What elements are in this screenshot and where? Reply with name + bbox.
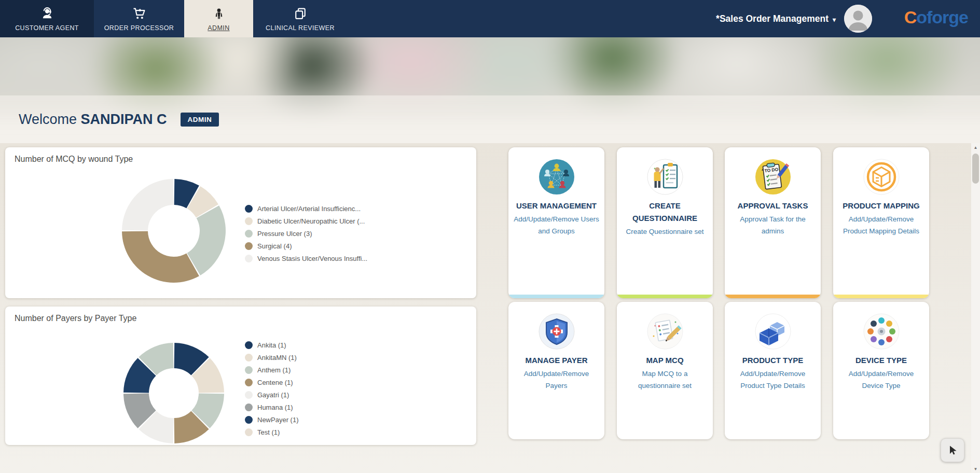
donut-slice[interactable] — [122, 179, 173, 230]
chart-card-payers-by-payer-type: Number of Payers by Payer Type Ankita (1… — [5, 307, 476, 445]
welcome-message: Welcome SANDIPAN C — [19, 112, 167, 128]
tab-label: CUSTOMER AGENT — [15, 24, 79, 32]
action-card-accent-strip — [833, 295, 929, 298]
legend-label: AnkitaMN (1) — [257, 354, 297, 361]
donut-slice[interactable] — [122, 231, 199, 283]
legend-label: Surgical (4) — [257, 242, 292, 250]
shield-cross-icon — [538, 313, 575, 350]
action-card-subtitle: Create Questionnaire set — [617, 225, 713, 238]
users-network-icon — [538, 158, 575, 196]
user-name: SANDIPAN C — [81, 112, 167, 127]
customer-agent-icon — [39, 6, 55, 21]
tab-customer-agent[interactable]: CUSTOMER AGENT — [0, 0, 94, 37]
action-card-title: MANAGE PAYER — [508, 354, 604, 367]
admin-icon — [211, 6, 227, 21]
donut-chart-payers-by-payer-type[interactable] — [119, 339, 228, 448]
legend-item[interactable]: NewPayer (1) — [245, 413, 298, 426]
legend-item[interactable]: Surgical (4) — [245, 240, 367, 252]
legend-item[interactable]: Test (1) — [245, 426, 298, 438]
legend-item[interactable]: Arterial Ulcer/Arterial Insufficienc... — [245, 202, 367, 215]
legend-label: Centene (1) — [257, 379, 293, 386]
hero-banner-image — [0, 37, 980, 95]
app-selector-dropdown[interactable]: *Sales Order Management ▾ — [716, 0, 836, 37]
legend-item[interactable]: Ankita (1) — [245, 339, 298, 351]
action-card-approval-tasks[interactable]: TO DO APPROVAL TASKS Approval Task for t… — [725, 147, 821, 298]
legend-dot — [245, 205, 253, 213]
legend-label: Gayatri (1) — [257, 391, 289, 399]
action-card-map-mcq[interactable]: MAP MCQ Map MCQ to a questionnaire set — [617, 302, 713, 439]
top-navbar: CUSTOMER AGENT ORDER PROCESSOR ADMIN CLI… — [0, 0, 980, 37]
legend-item[interactable]: Gayatri (1) — [245, 388, 298, 401]
action-card-create-questionnaire[interactable]: CREATE QUESTIONNAIRE Create Questionnair… — [617, 147, 713, 298]
cursor-tool-button[interactable] — [941, 438, 964, 462]
action-card-accent-strip — [725, 295, 821, 298]
admin-dashboard: CUSTOMER AGENT ORDER PROCESSOR ADMIN CLI… — [0, 0, 980, 473]
cursor-icon — [946, 444, 959, 456]
scroll-up-arrow-icon[interactable]: ▲ — [971, 143, 980, 151]
tab-clinical-reviewer[interactable]: CLINICAL REVIEWER — [253, 0, 347, 37]
legend-dot — [245, 217, 253, 225]
tab-admin[interactable]: ADMIN — [184, 0, 253, 37]
dashboard-content: Number of MCQ by wound Type Arterial Ulc… — [0, 143, 980, 473]
legend-dot — [245, 379, 253, 386]
legend-item[interactable]: Anthem (1) — [245, 364, 298, 376]
scrollbar-thumb[interactable] — [972, 154, 979, 184]
legend-dot — [245, 242, 253, 250]
legend-label: Anthem (1) — [257, 366, 291, 374]
map-mcq-icon — [646, 313, 684, 350]
action-card-product-mapping[interactable]: PRODUCT MAPPING Add/Update/Remove Produc… — [833, 147, 929, 298]
legend-dot — [245, 354, 253, 361]
chart-legend: Arterial Ulcer/Arterial Insufficienc...D… — [245, 202, 367, 265]
donut-chart-mcq-by-wound-type[interactable] — [119, 176, 228, 285]
order-processor-icon — [131, 6, 147, 21]
action-card-manage-payer[interactable]: MANAGE PAYER Add/Update/Remove Payers — [508, 302, 604, 439]
legend-label: Pressure Ulcer (3) — [257, 230, 312, 238]
action-card-title: CREATE QUESTIONNAIRE — [617, 200, 713, 225]
scroll-down-arrow-icon[interactable]: ▼ — [971, 465, 980, 473]
user-avatar[interactable] — [844, 5, 872, 33]
legend-dot — [245, 255, 253, 262]
legend-dot — [245, 230, 253, 238]
legend-label: Test (1) — [257, 428, 280, 436]
device-ring-icon — [863, 313, 900, 350]
todo-clipboard-icon: TO DO — [754, 158, 792, 196]
action-card-product-type[interactable]: PRODUCT TYPE Add/Update/Remove Product T… — [725, 302, 821, 439]
avatar-placeholder-icon — [844, 5, 872, 33]
chevron-down-icon: ▾ — [833, 16, 836, 23]
legend-dot — [245, 341, 253, 349]
legend-item[interactable]: Humana (1) — [245, 401, 298, 413]
legend-dot — [245, 428, 253, 436]
action-card-accent-strip — [508, 295, 604, 298]
tab-label: ADMIN — [208, 24, 229, 32]
action-card-subtitle: Add/Update/Remove Product Mapping Detail… — [833, 212, 929, 237]
action-card-title: PRODUCT MAPPING — [833, 200, 929, 212]
coforge-logo-rest: oforge — [916, 7, 968, 27]
legend-item[interactable]: Venous Stasis Ulcer/Venous Insuffi... — [245, 252, 367, 265]
coforge-logo: Coforge — [904, 7, 968, 27]
chart-title: Number of Payers by Payer Type — [15, 314, 136, 323]
welcome-banner: Welcome SANDIPAN C ADMIN — [0, 95, 980, 143]
legend-item[interactable]: Pressure Ulcer (3) — [245, 227, 367, 240]
legend-item[interactable]: AnkitaMN (1) — [245, 351, 298, 364]
action-card-subtitle: Add/Update/Remove Product Type Details — [725, 367, 821, 392]
legend-item[interactable]: Diabetic Ulcer/Neuropathic Ulcer (... — [245, 215, 367, 227]
role-badge: ADMIN — [181, 113, 219, 127]
role-tabs: CUSTOMER AGENT ORDER PROCESSOR ADMIN CLI… — [0, 0, 347, 37]
vertical-scrollbar[interactable]: ▲ ▼ — [971, 143, 980, 473]
action-card-user-management[interactable]: USER MANAGEMENT Add/Update/Remove Users … — [508, 147, 604, 298]
product-boxes-icon — [754, 313, 792, 350]
chart-legend: Ankita (1)AnkitaMN (1)Anthem (1)Centene … — [245, 339, 298, 438]
action-card-device-type[interactable]: DEVICE TYPE Add/Update/Remove Device Typ… — [833, 302, 929, 439]
action-card-title: DEVICE TYPE — [833, 354, 929, 367]
legend-label: Diabetic Ulcer/Neuropathic Ulcer (... — [257, 217, 365, 225]
tab-order-processor[interactable]: ORDER PROCESSOR — [94, 0, 184, 37]
chart-title: Number of MCQ by wound Type — [15, 155, 133, 164]
tab-label: ORDER PROCESSOR — [104, 24, 174, 32]
legend-dot — [245, 366, 253, 374]
legend-label: Venous Stasis Ulcer/Venous Insuffi... — [257, 255, 367, 262]
action-card-title: MAP MCQ — [617, 354, 713, 367]
legend-label: Arterial Ulcer/Arterial Insufficienc... — [257, 205, 361, 213]
legend-item[interactable]: Centene (1) — [245, 376, 298, 388]
coforge-logo-c: C — [904, 7, 917, 27]
questionnaire-icon — [646, 158, 684, 196]
